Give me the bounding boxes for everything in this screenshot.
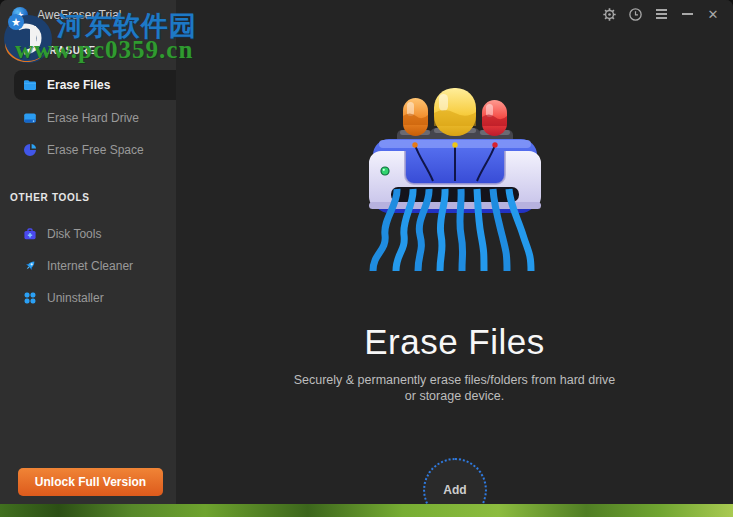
section-label-data-erasure: DATA ERASURE bbox=[10, 45, 96, 56]
sidebar-item-label: Erase Files bbox=[47, 78, 110, 92]
toolbox-icon bbox=[23, 227, 37, 241]
rocket-icon bbox=[23, 259, 37, 273]
minimize-icon[interactable] bbox=[678, 5, 696, 23]
sidebar-item-internet-cleaner[interactable]: Internet Cleaner bbox=[14, 251, 176, 281]
sidebar-item-uninstaller[interactable]: Uninstaller bbox=[14, 283, 176, 313]
sidebar-item-erase-files[interactable]: Erase Files bbox=[14, 70, 176, 100]
app-grid-icon bbox=[23, 291, 37, 305]
sidebar-item-label: Erase Free Space bbox=[47, 143, 144, 157]
desktop-background-strip bbox=[0, 504, 733, 517]
sidebar-item-erase-free-space[interactable]: Erase Free Space bbox=[14, 135, 176, 165]
desktop: ★ AweEraser Trial DATA ERASURE Erase Fil… bbox=[0, 0, 733, 517]
hamburger-menu-icon[interactable] bbox=[652, 5, 670, 23]
hard-drive-icon bbox=[23, 111, 37, 125]
description-line-2: or storage device. bbox=[176, 388, 733, 404]
window-controls: ✕ bbox=[600, 5, 722, 23]
sidebar-item-erase-hard-drive[interactable]: Erase Hard Drive bbox=[14, 103, 176, 133]
page-title: Erase Files bbox=[176, 322, 733, 362]
pie-chart-icon bbox=[23, 143, 37, 157]
sidebar-item-disk-tools[interactable]: Disk Tools bbox=[14, 219, 176, 249]
sidebar-item-label: Erase Hard Drive bbox=[47, 111, 139, 125]
description-line-1: Securely & permanently erase files/folde… bbox=[176, 372, 733, 388]
unlock-full-version-button[interactable]: Unlock Full Version bbox=[18, 468, 163, 496]
close-icon[interactable]: ✕ bbox=[704, 5, 722, 23]
titlebar: ★ AweEraser Trial bbox=[0, 0, 176, 30]
app-window: ★ AweEraser Trial DATA ERASURE Erase Fil… bbox=[0, 0, 733, 504]
add-files-button[interactable]: Add bbox=[423, 458, 487, 504]
app-logo-icon: ★ bbox=[12, 7, 28, 23]
sidebar-item-label: Uninstaller bbox=[47, 291, 104, 305]
history-clock-icon[interactable] bbox=[626, 5, 644, 23]
sidebar-item-label: Internet Cleaner bbox=[47, 259, 133, 273]
sidebar-item-label: Disk Tools bbox=[47, 227, 101, 241]
page-description: Securely & permanently erase files/folde… bbox=[176, 372, 733, 404]
main-content: ✕ bbox=[176, 0, 733, 504]
shredder-illustration bbox=[367, 87, 543, 273]
folder-icon bbox=[23, 78, 37, 92]
section-label-other-tools: OTHER TOOLS bbox=[10, 192, 90, 203]
window-title: AweEraser Trial bbox=[37, 8, 121, 22]
add-button-label: Add bbox=[443, 483, 466, 497]
sidebar: ★ AweEraser Trial DATA ERASURE Erase Fil… bbox=[0, 0, 176, 504]
settings-gear-icon[interactable] bbox=[600, 5, 618, 23]
